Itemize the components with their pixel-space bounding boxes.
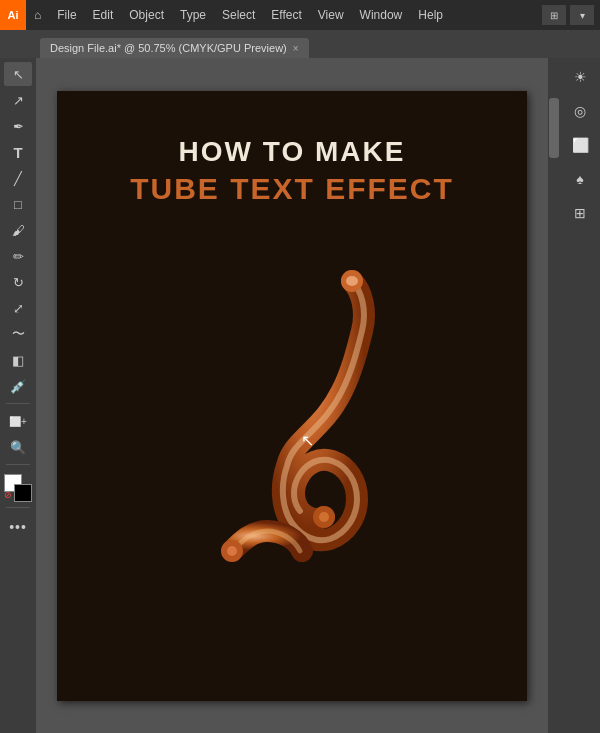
- more-tools[interactable]: •••: [9, 519, 27, 535]
- menu-type[interactable]: Type: [172, 0, 214, 30]
- canvas-area[interactable]: HOW TO MAKE TUBE TEXT EFFECT: [36, 58, 548, 733]
- artboard-tool[interactable]: ⬜+: [4, 409, 32, 433]
- background-color[interactable]: [14, 484, 32, 502]
- right-panel: ☀ ◎ ⬜ ♠ ⊞: [560, 58, 600, 733]
- rotate-tool[interactable]: ↻: [4, 270, 32, 294]
- svg-point-3: [227, 546, 237, 556]
- symbols-panel-btn[interactable]: ♠: [565, 164, 595, 194]
- scale-tool[interactable]: ⤢: [4, 296, 32, 320]
- pen-tool[interactable]: ✒: [4, 114, 32, 138]
- tube-text-effect-label: TUBE TEXT EFFECT: [57, 172, 527, 206]
- main-area: ↖ ↗ ✒ T ╱ □ 🖌 ✏ ↻ ⤢ 〜 ◧ 💉 ⬜+ 🔍 ⊘ ••• HOW…: [0, 58, 600, 733]
- artboard: HOW TO MAKE TUBE TEXT EFFECT: [57, 91, 527, 701]
- menu-window[interactable]: Window: [352, 0, 411, 30]
- workspace-icon[interactable]: ⊞: [542, 5, 566, 25]
- menu-select[interactable]: Select: [214, 0, 263, 30]
- vertical-scrollbar[interactable]: [548, 58, 560, 733]
- paintbrush-tool[interactable]: 🖌: [4, 218, 32, 242]
- toolbar-separator-3: [6, 507, 30, 508]
- layers-panel-btn[interactable]: ⊞: [565, 198, 595, 228]
- artboard-text-area: HOW TO MAKE TUBE TEXT EFFECT: [57, 136, 527, 206]
- gradient-tool[interactable]: ◧: [4, 348, 32, 372]
- scrollbar-thumb[interactable]: [549, 98, 559, 158]
- tube-letter-graphic: [152, 261, 432, 621]
- menu-object[interactable]: Object: [121, 0, 172, 30]
- zoom-tool[interactable]: 🔍: [4, 435, 32, 459]
- line-tool[interactable]: ╱: [4, 166, 32, 190]
- toolbar-separator-2: [6, 464, 30, 465]
- color-panel-btn[interactable]: ◎: [565, 96, 595, 126]
- tab-bar: Design File.ai* @ 50.75% (CMYK/GPU Previ…: [0, 30, 600, 58]
- left-toolbar: ↖ ↗ ✒ T ╱ □ 🖌 ✏ ↻ ⤢ 〜 ◧ 💉 ⬜+ 🔍 ⊘ •••: [0, 58, 36, 733]
- menu-items: File Edit Object Type Select Effect View…: [49, 0, 451, 30]
- swatches-panel-btn[interactable]: ⬜: [565, 130, 595, 160]
- no-stroke-icon: ⊘: [4, 490, 12, 500]
- headline-text: HOW TO MAKE: [57, 136, 527, 168]
- warp-tool[interactable]: 〜: [4, 322, 32, 346]
- document-tab[interactable]: Design File.ai* @ 50.75% (CMYK/GPU Previ…: [40, 38, 309, 58]
- pencil-tool[interactable]: ✏: [4, 244, 32, 268]
- menu-help[interactable]: Help: [410, 0, 451, 30]
- type-tool[interactable]: T: [4, 140, 32, 164]
- arrange-icon[interactable]: ▾: [570, 5, 594, 25]
- tab-close-button[interactable]: ×: [293, 43, 299, 54]
- home-icon[interactable]: ⌂: [26, 0, 49, 30]
- direct-select-tool[interactable]: ↗: [4, 88, 32, 112]
- svg-point-1: [346, 276, 358, 286]
- menu-right: ⊞ ▾: [538, 5, 600, 25]
- select-tool[interactable]: ↖: [4, 62, 32, 86]
- properties-panel-btn[interactable]: ☀: [565, 62, 595, 92]
- menu-edit[interactable]: Edit: [85, 0, 122, 30]
- svg-point-5: [319, 512, 329, 522]
- ai-logo: Ai: [0, 0, 26, 30]
- menu-view[interactable]: View: [310, 0, 352, 30]
- eyedropper-tool[interactable]: 💉: [4, 374, 32, 398]
- menu-bar: Ai ⌂ File Edit Object Type Select Effect…: [0, 0, 600, 30]
- shape-tool[interactable]: □: [4, 192, 32, 216]
- toolbar-separator: [6, 403, 30, 404]
- menu-effect[interactable]: Effect: [263, 0, 309, 30]
- color-swatch[interactable]: ⊘: [4, 474, 32, 502]
- tab-title: Design File.ai* @ 50.75% (CMYK/GPU Previ…: [50, 42, 287, 54]
- menu-file[interactable]: File: [49, 0, 84, 30]
